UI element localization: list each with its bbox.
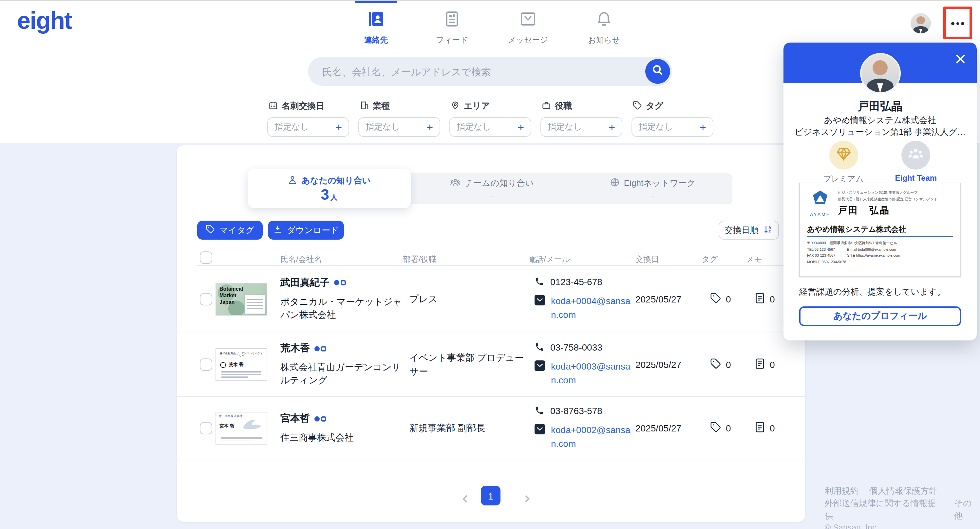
mail-icon [519, 11, 536, 30]
filter-label: エリア [464, 100, 490, 112]
svg-text:A: A [768, 225, 771, 229]
user-avatar[interactable] [910, 13, 931, 33]
contact-company: 住三商事株式会社 [280, 431, 406, 444]
card-email: E-mail toda099@example.com [847, 247, 896, 251]
more-menu-button[interactable] [948, 17, 967, 30]
pagination-next-button[interactable] [518, 490, 535, 510]
filter-title: 役職 指定なし+ [541, 100, 622, 137]
eight-team-feature[interactable]: Eight Team [895, 141, 937, 184]
person-icon [288, 175, 298, 187]
column-header-contact: 電話/メール [528, 254, 570, 265]
column-header-dept: 部署/役職 [403, 254, 437, 265]
business-card-thumbnail[interactable]: 株式会社青山ガーデンコンサルティング 荒木 香 [216, 348, 267, 381]
row-checkbox[interactable] [200, 293, 212, 305]
mytag-button[interactable]: マイタグ [197, 221, 262, 240]
sort-select[interactable]: 交換日順 AZ [719, 221, 779, 240]
nav-label: メッセージ [508, 35, 548, 46]
map-pin-icon [451, 100, 460, 112]
people-icon [907, 147, 924, 164]
contact-name[interactable]: 荒木香 [280, 342, 310, 354]
table-row[interactable]: 株式会社青山ガーデンコンサルティング 荒木 香 荒木香 株式会社青山ガーデンコン… [177, 333, 805, 397]
memo-icon [755, 292, 765, 305]
card-fax: FAX 03-123-4567 [807, 254, 835, 257]
footer-link-privacy[interactable]: 個人情報保護方針 [869, 485, 937, 497]
profile-business-card[interactable]: AYAME ビジネスソリューション第1部 事業法人グループ 部長代理（財）東京経… [799, 183, 961, 277]
profile-name: 戸田弘晶 [783, 99, 977, 114]
nav-tab-messages[interactable]: メッセージ [495, 1, 562, 46]
plus-icon: + [609, 121, 615, 133]
your-profile-button[interactable]: あなたのプロフィール [799, 307, 961, 326]
search-input[interactable] [321, 65, 672, 78]
contact-email[interactable]: koda+0003@sansan.com [551, 360, 637, 387]
plus-icon: + [700, 121, 706, 133]
footer-link-external-transmission[interactable]: 外部送信規律に関する情報提供 [825, 497, 943, 522]
eight-app: eight 連絡先 フィード メッセージ [0, 0, 980, 529]
memo-count: 0 [770, 423, 775, 434]
scope-tab-team[interactable]: チームの知り合い - [411, 174, 573, 203]
scope-tab-your-contacts[interactable]: あなたの知り合い 3人 [248, 169, 411, 208]
exchange-date: 2025/05/27 [635, 359, 681, 370]
filter-value: 指定なし [548, 121, 582, 133]
pagination-page-1[interactable]: 1 [481, 486, 501, 505]
download-button[interactable]: ダウンロード [268, 221, 344, 240]
footer: 利用規約 個人情報保護方針 外部送信規律に関する情報提供 その他 © Sansa… [825, 485, 980, 529]
card-logo-text: AYAME [810, 212, 830, 217]
card-name: 戸田 弘晶 [838, 205, 938, 217]
table-row[interactable]: 住三商事株式会社 宮本 哲 宮本哲 住三商事株式会社 新規事業部 副部長 03-… [177, 397, 805, 460]
business-card-thumbnail[interactable]: BotanicalMarketJapan [216, 283, 267, 315]
nav-tab-notifications[interactable]: お知らせ [571, 1, 637, 46]
footer-link-other[interactable]: その他 [954, 497, 980, 522]
pagination-prev-button[interactable] [457, 490, 474, 510]
phone-icon [535, 405, 544, 417]
tag-icon [710, 358, 721, 371]
filter-select[interactable]: 指定なし+ [358, 117, 440, 137]
plus-icon: + [336, 121, 342, 133]
filter-area: エリア 指定なし+ [449, 100, 531, 137]
nav-tab-contacts[interactable]: 連絡先 [343, 1, 409, 46]
contact-name[interactable]: 武田真紀子 [280, 276, 329, 289]
premium-feature[interactable]: プレミアム [823, 141, 864, 184]
mytag-label: マイタグ [220, 224, 254, 236]
nav-tab-feed[interactable]: フィード [418, 1, 485, 46]
profile-features: プレミアム Eight Team [783, 141, 977, 184]
scope-tab-label: チームの知り合い [465, 178, 534, 189]
close-button[interactable] [953, 53, 967, 67]
contact-name[interactable]: 宮本哲 [280, 413, 310, 425]
filter-label: 名刺交換日 [282, 100, 324, 112]
team-people-icon [450, 178, 461, 189]
filter-value: 指定なし [457, 121, 491, 133]
contact-email[interactable]: koda+0004@sansan.com [551, 294, 637, 321]
contact-dept: イベント事業部 プロデューサー [409, 351, 531, 378]
contact-phone: 03-758-0033 [550, 342, 602, 353]
filter-value: 指定なし [639, 121, 673, 133]
contact-dept: プレス [409, 292, 531, 306]
sort-label: 交換日順 [724, 224, 759, 236]
column-header-memo: メモ [746, 254, 762, 265]
table-row[interactable]: BotanicalMarketJapan 武田真紀子 ポタニカル・マーケットジャ… [177, 265, 805, 333]
tag-count: 0 [726, 423, 731, 434]
contact-email[interactable]: koda+0002@sansan.com [551, 423, 637, 451]
nav-label: 連絡先 [364, 35, 388, 46]
filter-select[interactable]: 指定なし+ [541, 117, 622, 137]
footer-copyright: © Sansan, Inc. [825, 522, 980, 529]
row-checkbox[interactable] [200, 359, 212, 371]
row-checkbox[interactable] [200, 422, 212, 434]
footer-link-terms[interactable]: 利用規約 [825, 485, 859, 497]
memo-icon [755, 422, 765, 435]
tag-icon [633, 100, 642, 112]
filter-select[interactable]: 指定なし+ [449, 117, 531, 137]
filter-select[interactable]: 指定なし+ [267, 117, 349, 137]
dots-icon [951, 22, 955, 25]
card-company: あやめ情報システム株式会社 [807, 224, 953, 237]
profile-popover: 戸田弘晶 あやめ情報システム株式会社 ビジネスソリューション第1部 事業法人グ…… [783, 43, 977, 340]
contact-count-unit: 人 [331, 193, 338, 201]
scope-tab-network[interactable]: Eightネットワーク - [573, 174, 733, 203]
ayame-logo-icon [811, 190, 829, 211]
select-all-checkbox[interactable] [200, 251, 212, 264]
search-button[interactable] [645, 59, 670, 84]
filter-select[interactable]: 指定なし+ [632, 117, 713, 137]
calendar-icon [269, 100, 278, 112]
business-card-thumbnail[interactable]: 住三商事株式会社 宮本 哲 [216, 412, 267, 445]
eight-logo[interactable]: eight [17, 7, 72, 35]
svg-text:Z: Z [768, 229, 771, 234]
